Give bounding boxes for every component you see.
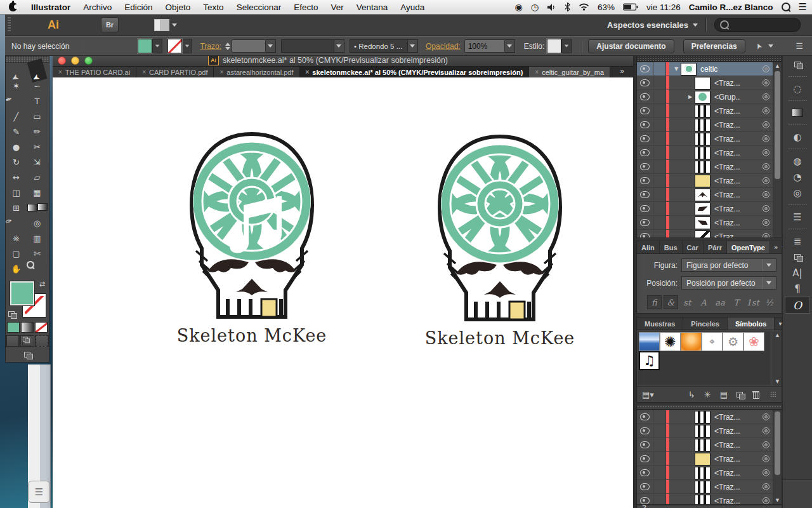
artboard-canvas[interactable]: Skeleton McKee Skeleton McKee — [53, 77, 633, 508]
visibility-cell[interactable] — [637, 174, 653, 187]
window-titlebar[interactable]: Ai skeletonmckee.ai* al 50% (CMYK/Previs… — [53, 55, 633, 67]
symbol-orange-button[interactable] — [681, 332, 702, 351]
layer-row[interactable]: <Traz... — [637, 104, 782, 118]
draw-behind-button[interactable] — [20, 335, 34, 347]
symbol-music-note[interactable]: ♫ — [639, 351, 660, 370]
tab-overflow-button[interactable]: » — [613, 67, 629, 76]
workspace-switcher[interactable]: Aspectos esenciales — [607, 20, 698, 30]
pencil-tool[interactable]: ✏ — [27, 124, 48, 139]
stroke-width-field[interactable] — [232, 39, 266, 53]
target-icon[interactable] — [763, 483, 769, 490]
default-fill-stroke-icon[interactable] — [8, 311, 15, 317]
gradient-tool[interactable] — [27, 200, 48, 215]
visibility-cell[interactable] — [637, 188, 653, 201]
lock-cell[interactable] — [653, 188, 666, 201]
figura-select[interactable]: Figura por defecto — [681, 258, 776, 272]
lock-cell[interactable] — [653, 118, 666, 131]
appearance-panel-icon[interactable]: ◌ — [785, 81, 809, 97]
document-tab[interactable]: × skeletonmckee.ai* al 50% (CMYK/Previsu… — [300, 67, 530, 77]
target-icon[interactable] — [763, 497, 769, 504]
color-button[interactable] — [7, 322, 20, 333]
target-icon[interactable] — [763, 233, 769, 238]
scrollbar-thumb[interactable] — [775, 411, 780, 475]
layer-name[interactable]: <Traz... — [714, 218, 763, 227]
target-icon[interactable] — [763, 163, 769, 170]
opacity-link[interactable]: Opacidad: — [426, 42, 461, 51]
lock-cell[interactable] — [653, 132, 666, 145]
target-icon[interactable] — [763, 455, 769, 462]
scale-tool[interactable]: ⇲ — [27, 154, 48, 170]
fit-document-button[interactable]: Ajustar documento — [588, 39, 674, 53]
layer-thumbnail[interactable] — [695, 495, 710, 505]
target-icon[interactable] — [763, 79, 769, 86]
target-icon[interactable] — [763, 135, 769, 142]
gradient-panel-icon[interactable] — [785, 105, 809, 121]
notification-center-icon[interactable]: ☰ — [799, 1, 807, 13]
hand-tool[interactable]: ✋ — [6, 261, 27, 276]
lock-cell[interactable] — [653, 480, 666, 493]
layer-thumbnail[interactable] — [695, 217, 710, 229]
posicion-select[interactable]: Posición por defecto — [681, 276, 776, 290]
width-tool[interactable]: ↔ — [6, 170, 27, 185]
layer-name[interactable]: <Traz... — [714, 190, 763, 199]
layer-thumbnail[interactable] — [695, 411, 710, 424]
graphic-style-swatch[interactable] — [547, 39, 561, 53]
menubar-item[interactable]: Texto — [197, 3, 230, 12]
lock-cell[interactable] — [653, 104, 666, 117]
menubar-item[interactable]: Seleccionar — [230, 3, 288, 12]
panel-divider-grip[interactable] — [636, 404, 782, 410]
target-icon[interactable] — [763, 427, 769, 434]
target-icon[interactable] — [763, 205, 769, 212]
target-icon[interactable] — [763, 121, 769, 128]
layer-row[interactable]: <Traz... — [637, 202, 782, 216]
visibility-cell[interactable] — [637, 230, 653, 238]
menubar-item[interactable]: Ver — [324, 3, 350, 12]
lock-cell[interactable] — [653, 216, 666, 229]
layer-name[interactable]: <Traz... — [714, 177, 763, 185]
visibility-cell[interactable] — [637, 410, 653, 424]
layer-row[interactable]: <Traz... — [637, 494, 782, 505]
background-window-list-button[interactable]: ☰ — [28, 481, 50, 503]
spotlight-icon[interactable] — [782, 3, 790, 11]
visibility-cell[interactable] — [637, 452, 653, 465]
brush-dropdown[interactable] — [408, 39, 418, 53]
stroke-color-swatch[interactable] — [167, 39, 182, 53]
scroll-down-icon[interactable]: ▼ — [773, 497, 782, 504]
menubar-item[interactable]: Ayuda — [394, 3, 431, 12]
target-icon[interactable] — [763, 441, 769, 448]
layer-row[interactable]: <Traz... — [637, 424, 782, 438]
layer-row[interactable]: <Traz... — [637, 230, 782, 238]
layer-name[interactable]: <Traz... — [714, 469, 763, 478]
layer-row[interactable]: <Traz... — [637, 216, 782, 230]
opentype-feature-button[interactable]: aa — [713, 295, 728, 309]
panel-tab[interactable]: Pinceles — [683, 318, 728, 330]
target-icon[interactable] — [763, 191, 769, 198]
panel-tab[interactable]: Car — [683, 241, 704, 253]
transparency-panel-icon[interactable]: ◐ — [785, 129, 809, 145]
zoom-tool[interactable] — [27, 261, 34, 269]
close-tab-icon[interactable]: × — [306, 69, 310, 76]
control-panel-menu-icon[interactable]: ☰ — [796, 41, 803, 51]
layer-name[interactable]: <Traz... — [714, 413, 763, 422]
opacity-field[interactable]: 100% — [464, 39, 505, 53]
wifi-icon[interactable] — [579, 3, 589, 11]
swap-fill-stroke-icon[interactable]: ⇄ — [39, 280, 45, 288]
blend-tool[interactable]: ◎ — [27, 215, 48, 231]
none-button[interactable] — [35, 322, 48, 333]
layer-thumbnail[interactable] — [695, 147, 710, 159]
visibility-cell[interactable] — [637, 216, 653, 229]
graph-tool[interactable]: ▥ — [27, 231, 48, 246]
layer-name[interactable]: <Traz... — [714, 135, 763, 144]
layer-name[interactable]: <Traz... — [714, 497, 763, 505]
type-tool[interactable]: T — [27, 93, 48, 109]
minimize-window-button[interactable] — [71, 57, 79, 65]
layer-thumbnail[interactable] — [681, 63, 697, 76]
stroke-width-stepper[interactable] — [225, 43, 230, 50]
symbol-sprayer-tool[interactable]: ※ — [6, 231, 27, 246]
layer-thumbnail[interactable] — [695, 119, 710, 131]
select-similar-dropdown[interactable] — [768, 44, 773, 48]
target-icon[interactable] — [763, 149, 769, 156]
layer-row[interactable]: <Traz... — [637, 438, 782, 452]
lock-cell[interactable] — [653, 230, 666, 238]
lock-cell[interactable] — [653, 174, 666, 187]
